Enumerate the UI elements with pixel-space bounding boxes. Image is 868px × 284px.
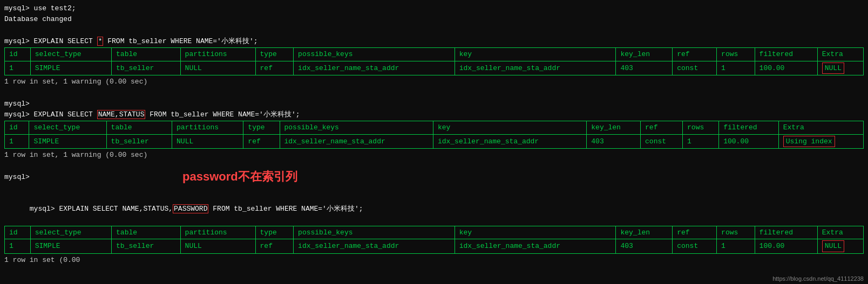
cell-key: idx_seller_name_sta_addr xyxy=(433,134,586,149)
cell-partitions: NULL xyxy=(180,61,255,75)
cell-filtered: 100.00 xyxy=(755,61,817,75)
cell-table: tb_seller xyxy=(112,61,181,75)
col-filtered: filtered xyxy=(755,48,817,61)
cell-key-len: 403 xyxy=(587,134,641,149)
col-select-type: select_type xyxy=(30,226,111,239)
cell-possible-keys: idx_seller_name_sta_addr xyxy=(280,134,433,149)
table-header-row: id select_type table partitions type pos… xyxy=(5,121,864,135)
cell-table: tb_seller xyxy=(112,239,181,254)
col-partitions: partitions xyxy=(172,121,243,135)
col-rows: rows xyxy=(717,48,755,61)
section2-prompt: mysql> xyxy=(4,99,864,109)
col-ref: ref xyxy=(673,226,717,239)
annotation-password: password不在索引列 xyxy=(182,168,297,185)
cell-rows: 1 xyxy=(717,239,755,254)
col-possible-keys: possible_keys xyxy=(294,226,455,239)
cell-table: tb_seller xyxy=(106,134,172,149)
cell-type: ref xyxy=(255,239,294,254)
col-filtered: filtered xyxy=(755,226,817,239)
col-extra: Extra xyxy=(817,48,863,61)
prompt: mysql> EXPLAIN SELECT NAME,STATUS, xyxy=(30,205,173,213)
section2-highlight: NAME,STATUS xyxy=(97,110,146,119)
cell-select-type: SIMPLE xyxy=(30,239,111,254)
cell-ref: const xyxy=(641,134,683,149)
prompt: mysql> EXPLAIN SELECT xyxy=(4,37,97,45)
col-table: table xyxy=(112,226,181,239)
cell-key: idx_seller_name_sta_addr xyxy=(455,239,616,254)
col-select-type: select_type xyxy=(30,48,111,61)
cell-id: 1 xyxy=(5,134,29,149)
section1-table: id select_type table partitions type pos… xyxy=(4,47,864,75)
section-1: mysql> EXPLAIN SELECT * FROM tb_seller W… xyxy=(4,25,864,87)
cell-extra: NULL xyxy=(817,61,863,75)
extra-using-index-badge: Using index xyxy=(783,136,835,148)
cell-extra: Using index xyxy=(778,134,863,149)
col-select-type: select_type xyxy=(29,121,106,135)
prompt: mysql> use test2; xyxy=(4,4,76,12)
table-header-row: id select_type table partitions type pos… xyxy=(5,48,864,61)
col-ref: ref xyxy=(641,121,683,135)
section3-result: 1 row in set (0.00 xyxy=(4,255,864,266)
cell-ref: const xyxy=(673,239,717,254)
cell-filtered: 100.00 xyxy=(719,134,779,149)
section3-suffix: FROM tb_seller WHERE NAME='小米科技'; xyxy=(208,205,363,213)
db-changed: Database changed xyxy=(4,14,864,25)
section1-cmd: mysql> EXPLAIN SELECT * FROM tb_seller W… xyxy=(4,36,864,47)
cell-partitions: NULL xyxy=(172,134,243,149)
col-type: type xyxy=(255,226,294,239)
col-type: type xyxy=(243,121,280,135)
blank-line-1 xyxy=(4,25,864,36)
table-row: 1 SIMPLE tb_seller NULL ref idx_seller_n… xyxy=(5,239,864,254)
cell-filtered: 100.00 xyxy=(755,239,817,254)
table-row: 1 SIMPLE tb_seller NULL ref idx_seller_n… xyxy=(5,61,864,75)
use-cmd: mysql> use test2; xyxy=(4,3,864,14)
cell-type: ref xyxy=(255,61,294,75)
col-key: key xyxy=(455,226,616,239)
col-ref: ref xyxy=(673,48,717,61)
col-partitions: partitions xyxy=(180,226,255,239)
watermark: https://blog.csdn.net/qq_41112238 xyxy=(772,275,864,282)
section3-table: id select_type table partitions type pos… xyxy=(4,226,864,254)
section3-highlight: PASSWORD xyxy=(173,204,208,213)
col-possible-keys: possible_keys xyxy=(280,121,433,135)
col-id: id xyxy=(5,121,29,135)
extra-null-badge: NULL xyxy=(822,63,844,74)
col-key-len: key_len xyxy=(616,226,673,239)
col-id: id xyxy=(5,226,31,239)
col-filtered: filtered xyxy=(719,121,779,135)
section2-result: 1 row in set, 1 warning (0.00 sec) xyxy=(4,150,864,161)
col-id: id xyxy=(5,48,31,61)
cell-possible-keys: idx_seller_name_sta_addr xyxy=(294,61,455,75)
cell-key-len: 403 xyxy=(616,61,673,75)
cell-key-len: 403 xyxy=(616,239,673,254)
col-rows: rows xyxy=(683,121,719,135)
cell-extra: NULL xyxy=(817,239,863,254)
col-key-len: key_len xyxy=(616,48,673,61)
cell-id: 1 xyxy=(5,239,31,254)
col-key: key xyxy=(455,48,616,61)
extra-null-badge-3: NULL xyxy=(822,240,844,252)
cell-id: 1 xyxy=(5,61,31,75)
cell-type: ref xyxy=(243,134,280,149)
col-rows: rows xyxy=(717,226,755,239)
col-partitions: partitions xyxy=(180,48,255,61)
col-extra: Extra xyxy=(817,226,863,239)
col-table: table xyxy=(112,48,181,61)
cell-rows: 1 xyxy=(717,61,755,75)
cell-ref: const xyxy=(673,61,717,75)
cell-key: idx_seller_name_sta_addr xyxy=(455,61,616,75)
terminal: mysql> use test2; Database changed mysql… xyxy=(0,0,868,269)
section2-table: id select_type table partitions type pos… xyxy=(4,121,864,149)
cell-possible-keys: idx_seller_name_sta_addr xyxy=(294,239,455,254)
col-type: type xyxy=(255,48,294,61)
col-key: key xyxy=(433,121,586,135)
table-header-row: id select_type table partitions type pos… xyxy=(5,226,864,239)
cell-select-type: SIMPLE xyxy=(30,61,111,75)
table-row: 1 SIMPLE tb_seller NULL ref idx_seller_n… xyxy=(5,134,864,149)
section3-cmd-line: password不在索引列 mysql> EXPLAIN SELECT NAME… xyxy=(4,183,864,225)
cell-select-type: SIMPLE xyxy=(29,134,106,149)
section-2: mysql> mysql> EXPLAIN SELECT NAME,STATUS… xyxy=(4,88,864,161)
cell-partitions: NULL xyxy=(180,239,255,254)
cell-rows: 1 xyxy=(683,134,719,149)
section2-cmd: mysql> EXPLAIN SELECT NAME,STATUS FROM t… xyxy=(4,109,864,120)
